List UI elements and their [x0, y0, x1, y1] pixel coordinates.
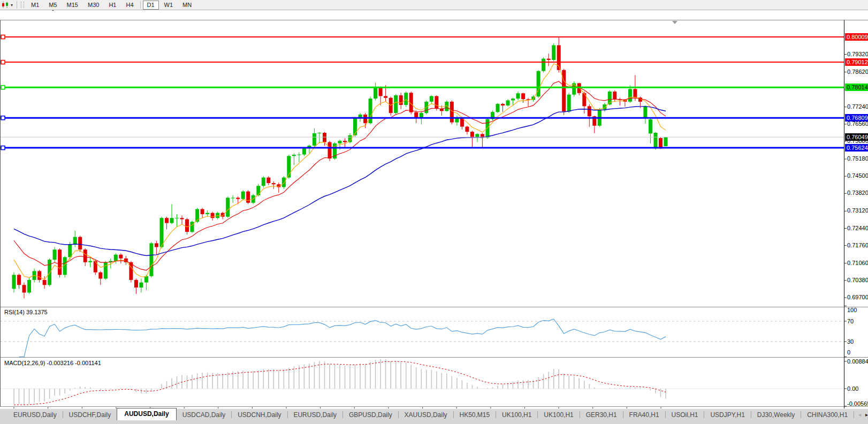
chart-shift-marker	[672, 21, 677, 24]
horizontal-levels-layer[interactable]	[0, 21, 844, 150]
timeframe-button-d1[interactable]: D1	[143, 1, 159, 10]
chart-tab-hk50-m15[interactable]: HK50,M15	[454, 410, 496, 420]
tab-separator	[854, 411, 854, 418]
chart-tab-china300-h1[interactable]: CHINA300,H1	[801, 410, 854, 420]
chart-tab-eurusd-daily[interactable]: EURUSD,Daily	[7, 410, 63, 420]
chart-tab-fra40-h1[interactable]: FRA40,H1	[623, 410, 665, 420]
timeframe-button-h4[interactable]: H4	[121, 1, 138, 10]
toolbar-separator	[140, 1, 141, 9]
timeframe-button-m5[interactable]: M5	[44, 1, 61, 10]
timeframe-button-w1[interactable]: W1	[160, 1, 178, 10]
chart-tab-usdjpy-h1[interactable]: USDJPY,H1	[704, 410, 750, 420]
chart-tab-xauusd-daily[interactable]: XAUUSD,Daily	[399, 410, 453, 420]
chart-surface[interactable]	[0, 10, 868, 408]
tab-scroll-left-icon[interactable]: ◂	[858, 412, 861, 418]
chart-tab-ger30-h1[interactable]: GER30,H1	[580, 410, 623, 420]
pane-borders	[0, 20, 868, 409]
timeframe-buttons: M1M5M15M30H1H4D1W1MN	[26, 1, 196, 10]
rsi-pane	[0, 319, 844, 357]
chart-tab-uk100-h1[interactable]: UK100,H1	[538, 410, 579, 420]
toolbar-separator	[17, 1, 17, 9]
chart-canvas[interactable]	[0, 10, 868, 408]
chart-tab-usoil-h1[interactable]: USOil,H1	[665, 410, 704, 420]
tab-scroll-right-icon[interactable]: ▸	[865, 412, 868, 418]
chart-tab-dj30-weekly[interactable]: DJ30,Weekly	[751, 410, 801, 420]
window-bottom-strip	[0, 420, 868, 424]
candlestick-chart-icon[interactable]	[1, 1, 10, 9]
mt4-window: ▾ M1M5M15M30H1H4D1W1MN ▼AUDUSD,Daily 0.7…	[0, 0, 868, 424]
chart-tab-usdcad-daily[interactable]: USDCAD,Daily	[177, 410, 232, 420]
tab-scroll-arrows: ◂▸	[858, 412, 868, 418]
timeframe-button-m30[interactable]: M30	[83, 1, 103, 10]
timeframe-button-m1[interactable]: M1	[27, 1, 43, 10]
chart-tab-gbpusd-daily[interactable]: GBPUSD,Daily	[343, 410, 398, 420]
chart-tab-audusd-daily[interactable]: AUDUSD,Daily	[117, 408, 176, 421]
toolbar-grip[interactable]	[21, 2, 24, 8]
timeframe-button-h1[interactable]: H1	[104, 1, 120, 10]
macd-pane	[0, 359, 844, 405]
chart-tab-bar: EURUSD,DailyUSDCHF,DailyAUDUSD,DailyUSDC…	[0, 408, 868, 420]
chart-type-dropdown-caret[interactable]: ▾	[11, 3, 13, 7]
chart-tab-eurusd-daily[interactable]: EURUSD,Daily	[287, 410, 342, 420]
candlesticks-layer	[12, 37, 668, 298]
chart-tab-usdcnh-daily[interactable]: USDCNH,Daily	[232, 410, 287, 420]
toolbar: ▾ M1M5M15M30H1H4D1W1MN	[0, 0, 868, 10]
timeframe-button-m15[interactable]: M15	[63, 1, 82, 10]
timeframe-button-mn[interactable]: MN	[178, 1, 196, 10]
chart-tab-usdchf-daily[interactable]: USDCHF,Daily	[63, 410, 117, 420]
chart-tab-uk100-h1[interactable]: UK100,H1	[496, 410, 537, 420]
